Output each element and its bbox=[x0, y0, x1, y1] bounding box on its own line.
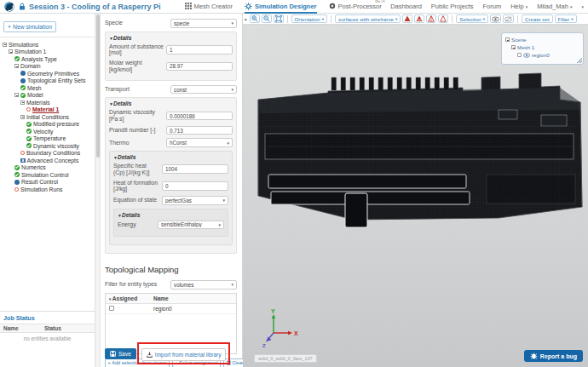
incomplete-status-icon bbox=[26, 107, 31, 112]
viewer-canvas[interactable]: Scene Mesh 1 region0 bbox=[243, 25, 588, 367]
tree-item-dynamic-viscosity[interactable]: Dynamic viscosity bbox=[0, 142, 95, 150]
check-status-icon bbox=[14, 165, 20, 170]
hide-selected-button[interactable] bbox=[503, 14, 514, 23]
scrollbar-thumb[interactable] bbox=[96, 14, 100, 158]
collapse-icon[interactable] bbox=[14, 93, 19, 97]
tree-item-geometry-primitives[interactable]: Geometry Primitives bbox=[0, 70, 95, 77]
mesh-quality-tet-button-4[interactable] bbox=[438, 14, 448, 23]
report-bug-button[interactable]: Report a bug bbox=[524, 350, 583, 362]
zoom-in-button[interactable] bbox=[250, 14, 260, 23]
mesh-quality-tet-button-1[interactable] bbox=[402, 14, 412, 23]
check-status-icon bbox=[14, 56, 20, 61]
eye-icon[interactable] bbox=[523, 53, 530, 58]
details-header[interactable]: ▼Details bbox=[118, 212, 224, 218]
tree-item-model[interactable]: Model bbox=[0, 92, 95, 100]
tree-item-mesh[interactable]: Mesh bbox=[0, 84, 95, 92]
tree-item-material-1[interactable]: Material 1 bbox=[0, 106, 95, 114]
table-row-region0[interactable]: region0 bbox=[106, 304, 236, 314]
tree-item-simulation-control[interactable]: Simulation Control bbox=[0, 171, 95, 179]
resize-handle[interactable] bbox=[577, 58, 582, 63]
tree-item-initial-conditions[interactable]: Initial Conditions bbox=[0, 113, 95, 121]
nav-forum[interactable]: Forum bbox=[482, 3, 501, 10]
tetrahedron-icon bbox=[404, 15, 411, 22]
tree-item-topological-entity-sets[interactable]: Topological Entity Sets bbox=[0, 77, 95, 85]
selection-dropdown[interactable]: Selection▾ bbox=[456, 14, 488, 23]
energy-select[interactable]: sensibleEnthalpy▾ bbox=[158, 221, 224, 230]
tree-item-domain[interactable]: Domain bbox=[0, 63, 95, 71]
filter-dropdown[interactable]: Filter▾ bbox=[555, 14, 577, 23]
tree-item-numerics[interactable]: Numerics bbox=[0, 164, 95, 172]
scene-mesh-row[interactable]: Mesh 1 bbox=[505, 43, 579, 51]
thermo-select[interactable]: hConst▾ bbox=[166, 138, 233, 147]
nav-public-projects[interactable]: Public Projects bbox=[431, 3, 474, 10]
equation-of-state-select[interactable]: perfectGas▾ bbox=[162, 196, 228, 205]
collapse-icon[interactable] bbox=[20, 115, 25, 119]
mesh-quality-tet-button-3[interactable] bbox=[426, 14, 436, 23]
orientation-dropdown[interactable]: Orientation▾ bbox=[291, 14, 328, 23]
tree-item-advanced-concepts[interactable]: Advanced Concepts bbox=[0, 157, 95, 164]
svg-text:Y: Y bbox=[271, 309, 275, 314]
tree-item-simulations[interactable]: Simulations bbox=[0, 41, 95, 49]
zoom-out-button[interactable] bbox=[262, 14, 272, 23]
molar-weight-input[interactable] bbox=[166, 62, 233, 72]
nav-dashboard[interactable]: Dashboard bbox=[390, 3, 422, 10]
collapse-icon[interactable] bbox=[20, 100, 25, 105]
prandtl-number-input[interactable] bbox=[166, 126, 233, 135]
specific-heat-input[interactable] bbox=[162, 164, 228, 174]
scene-root-row[interactable]: Scene bbox=[505, 36, 579, 43]
mesh-quality-tet-button-2[interactable] bbox=[414, 14, 424, 23]
chevron-down-icon: ▾ bbox=[231, 87, 233, 92]
energy-details-box: ▼Details Energy sensibleEnthalpy▾ bbox=[113, 209, 228, 238]
specie-select[interactable]: specie▾ bbox=[170, 19, 237, 28]
collapse-icon[interactable] bbox=[505, 37, 510, 42]
tree-item-simulation-runs[interactable]: Simulation Runs bbox=[0, 186, 95, 193]
details-header[interactable]: ▼Details bbox=[109, 35, 233, 41]
tab-mesh-creator[interactable]: Mesh Creator bbox=[185, 0, 233, 14]
tab-post-processor[interactable]: Post-Processor BETA bbox=[329, 0, 382, 14]
tree-item-temperature[interactable]: Temperature bbox=[0, 135, 95, 143]
chevron-down-icon: ▾ bbox=[222, 198, 225, 203]
entity-filter-select[interactable]: volumes▾ bbox=[170, 280, 237, 290]
show-selected-button[interactable] bbox=[490, 14, 501, 23]
dynamic-viscosity-input[interactable] bbox=[166, 112, 233, 121]
amount-of-substance-input[interactable] bbox=[166, 45, 233, 54]
import-from-material-library-button[interactable]: Import from material library bbox=[141, 348, 227, 361]
transport-select[interactable]: const▾ bbox=[170, 85, 237, 95]
tree-item-analysis-type[interactable]: Analysis Type bbox=[0, 55, 95, 63]
collapse-icon[interactable] bbox=[511, 45, 516, 49]
material-settings-panel: Specie specie▾ ▼Details Amount of substa… bbox=[101, 14, 243, 367]
tree-item-velocity[interactable]: Velocity bbox=[0, 128, 95, 135]
nav-help-menu[interactable]: Help ▾ bbox=[510, 3, 527, 10]
tree-item-simulation-1[interactable]: Simulation 1 bbox=[0, 49, 95, 56]
region-visibility-checkbox[interactable] bbox=[517, 53, 522, 57]
nav-user-menu[interactable]: Milad_Mah ▾ bbox=[537, 3, 572, 10]
chevron-down-icon[interactable]: ▾ bbox=[581, 4, 584, 9]
collapse-icon[interactable] bbox=[14, 64, 19, 68]
display-mode-dropdown[interactable]: surfaces with wireframe▾ bbox=[335, 14, 401, 23]
heat-of-formation-input[interactable] bbox=[162, 181, 228, 191]
create-set-button[interactable]: Create set bbox=[522, 14, 553, 23]
thermo-details-box: ▼Details Specific heat (Cp) [J/(kg K)] H… bbox=[109, 151, 233, 245]
save-disk-icon bbox=[110, 351, 116, 357]
scene-region-row[interactable]: region0 bbox=[505, 51, 579, 59]
tree-item-modified-pressure[interactable]: Modified pressure bbox=[0, 121, 95, 129]
chevron-up-icon[interactable]: ▴ bbox=[245, 16, 247, 21]
job-status-title[interactable]: Job Status bbox=[0, 312, 95, 324]
simscale-logo-icon[interactable] bbox=[4, 2, 14, 12]
triangle-down-icon[interactable]: ▾ bbox=[109, 297, 111, 301]
collapse-icon[interactable] bbox=[9, 49, 13, 54]
zoom-fit-button[interactable] bbox=[274, 14, 284, 23]
details-header[interactable]: ▼Details bbox=[113, 154, 228, 160]
assignment-table-header: ▾ Assigned Name bbox=[106, 294, 236, 304]
tree-item-materials[interactable]: Materials bbox=[0, 99, 95, 106]
tree-item-result-control[interactable]: Result Control bbox=[0, 179, 95, 186]
tab-simulation-designer[interactable]: Simulation Designer bbox=[245, 0, 317, 14]
assigned-checkbox[interactable] bbox=[109, 306, 114, 311]
save-button[interactable]: Save bbox=[105, 348, 136, 359]
tree-item-boundary-conditions[interactable]: Boundary Conditions bbox=[0, 150, 95, 158]
fit-view-icon bbox=[275, 15, 282, 22]
new-simulation-button[interactable]: + New simulation bbox=[3, 21, 56, 32]
check-status-icon bbox=[26, 143, 32, 148]
details-header[interactable]: ▼Details bbox=[109, 100, 233, 106]
collapse-icon[interactable] bbox=[3, 43, 7, 47]
